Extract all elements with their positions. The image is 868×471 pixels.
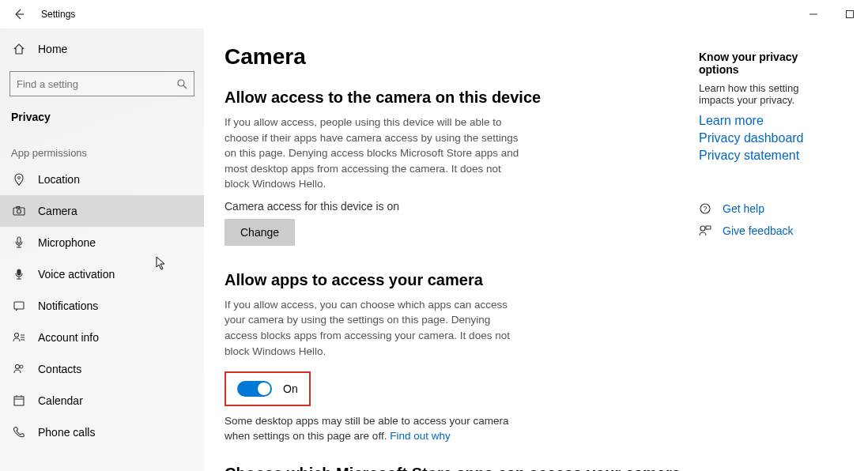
sidebar-home[interactable]: Home	[0, 33, 204, 65]
section-desc: If you allow access, you can choose whic…	[225, 297, 525, 359]
phone-icon	[13, 426, 25, 439]
notifications-icon	[13, 300, 25, 312]
microphone-icon	[13, 236, 25, 249]
help-icon: ?	[699, 202, 711, 215]
page-title: Camera	[225, 44, 683, 70]
section-title: Allow apps to access your camera	[225, 271, 683, 289]
svg-rect-10	[17, 269, 21, 275]
feedback-row[interactable]: Give feedback	[699, 224, 836, 237]
sidebar-item-label: Account info	[38, 331, 99, 344]
sidebar-item-camera[interactable]: Camera	[0, 195, 204, 227]
sidebar: Home Privacy App permissions Location Ca…	[0, 28, 204, 471]
sidebar-item-contacts[interactable]: Contacts	[0, 353, 204, 385]
change-button[interactable]: Change	[225, 219, 295, 246]
note-text: Some desktop apps may still be able to a…	[225, 414, 525, 444]
sidebar-item-notifications[interactable]: Notifications	[0, 290, 204, 322]
back-button[interactable]	[9, 5, 28, 24]
window-title: Settings	[41, 9, 75, 20]
sidebar-group: App permissions	[0, 128, 204, 164]
svg-rect-2	[847, 11, 854, 18]
sidebar-home-label: Home	[38, 43, 67, 55]
maximize-icon	[845, 9, 855, 19]
voice-icon	[13, 268, 25, 281]
svg-rect-6	[13, 208, 25, 215]
get-help-row[interactable]: ? Get help	[699, 202, 836, 215]
svg-point-16	[16, 365, 20, 369]
give-feedback-link[interactable]: Give feedback	[723, 224, 794, 237]
section-title: Allow access to the camera on this devic…	[225, 89, 683, 107]
privacy-dashboard-link[interactable]: Privacy dashboard	[699, 131, 836, 145]
contacts-icon	[13, 363, 25, 375]
search-input[interactable]	[17, 78, 176, 90]
right-panel: Know your privacy options Learn how this…	[683, 44, 836, 471]
svg-point-5	[18, 177, 21, 179]
learn-more-link[interactable]: Learn more	[699, 114, 836, 128]
access-status: Camera access for this device is on	[225, 200, 683, 213]
search-box[interactable]	[9, 71, 194, 96]
arrow-left-icon	[13, 8, 25, 21]
svg-rect-18	[14, 397, 24, 405]
sidebar-item-voice-activation[interactable]: Voice activation	[0, 258, 204, 290]
sidebar-item-label: Location	[38, 173, 80, 186]
sidebar-item-label: Contacts	[38, 363, 81, 375]
account-icon	[13, 331, 25, 344]
right-heading: Know your privacy options	[699, 51, 836, 76]
note-prefix: Some desktop apps may still be able to a…	[225, 415, 508, 442]
sidebar-item-label: Voice activation	[38, 268, 115, 281]
titlebar: Settings	[0, 0, 868, 28]
sidebar-item-label: Calendar	[38, 394, 83, 407]
get-help-link[interactable]: Get help	[723, 202, 764, 215]
minimize-button[interactable]	[795, 0, 832, 28]
svg-point-7	[17, 209, 21, 213]
section-title: Choose which Microsoft Store apps can ac…	[225, 465, 683, 471]
privacy-statement-link[interactable]: Privacy statement	[699, 149, 836, 163]
sidebar-item-location[interactable]: Location	[0, 164, 204, 195]
svg-line-4	[183, 85, 187, 89]
sidebar-item-account-info[interactable]: Account info	[0, 322, 204, 353]
sidebar-item-label: Camera	[38, 205, 77, 217]
sidebar-item-label: Phone calls	[38, 426, 95, 439]
svg-rect-11	[14, 302, 24, 309]
feedback-icon	[699, 224, 711, 237]
calendar-icon	[13, 394, 25, 407]
right-desc: Learn how this setting impacts your priv…	[699, 82, 836, 106]
sidebar-section: Privacy	[0, 103, 204, 128]
svg-point-12	[15, 333, 19, 337]
allow-apps-toggle-highlight: On	[225, 371, 311, 406]
home-icon	[13, 43, 25, 55]
camera-icon	[13, 205, 25, 217]
sidebar-item-label: Notifications	[38, 300, 98, 312]
minimize-icon	[809, 9, 818, 19]
find-out-why-link[interactable]: Find out why	[390, 430, 451, 442]
section-desc: If you allow access, people using this d…	[225, 115, 525, 192]
svg-rect-25	[706, 226, 711, 229]
svg-point-17	[20, 365, 23, 368]
sidebar-item-label: Microphone	[38, 236, 96, 249]
sidebar-item-phone-calls[interactable]: Phone calls	[0, 416, 204, 448]
location-icon	[13, 173, 25, 186]
maximize-button[interactable]	[832, 0, 868, 28]
sidebar-item-microphone[interactable]: Microphone	[0, 227, 204, 258]
svg-point-3	[178, 80, 184, 86]
svg-point-24	[700, 226, 705, 231]
main-content: Camera Allow access to the camera on thi…	[225, 44, 683, 471]
search-icon	[176, 78, 187, 89]
sidebar-item-calendar[interactable]: Calendar	[0, 385, 204, 416]
svg-rect-9	[17, 237, 21, 243]
allow-apps-toggle[interactable]	[237, 381, 272, 397]
svg-text:?: ?	[703, 205, 707, 213]
toggle-state-label: On	[283, 382, 298, 395]
